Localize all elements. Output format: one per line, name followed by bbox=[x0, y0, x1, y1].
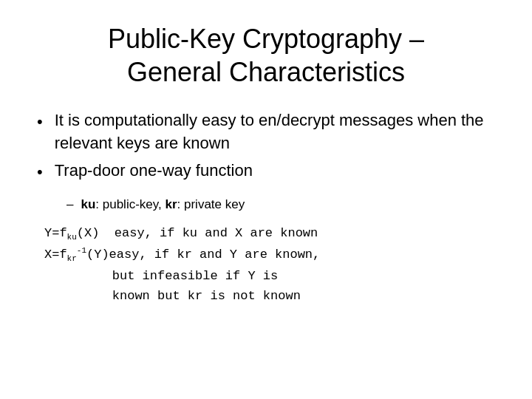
bullet-item-2: • Trap-door one-way function bbox=[37, 160, 495, 184]
kr-subscript: kr bbox=[67, 254, 77, 263]
kr-desc: : private key bbox=[177, 197, 245, 211]
sub-bullet: – ku: public-key, kr: private key bbox=[66, 195, 495, 214]
bullet-item-1: • It is computationally easy to en/decry… bbox=[37, 109, 495, 155]
bullet-text-2: Trap-door one-way function bbox=[55, 160, 253, 183]
bullet-dot-1: • bbox=[37, 111, 43, 134]
sub-bullet-text: ku: public-key, kr: private key bbox=[81, 195, 245, 214]
ku-subscript: ku bbox=[67, 233, 77, 242]
ku-label: ku bbox=[81, 197, 95, 211]
mono-line-1: Y=fku(X) easy, if ku and X are known bbox=[44, 223, 495, 245]
bullet-list: • It is computationally easy to en/decry… bbox=[37, 109, 495, 188]
slide: Public-Key Cryptography – General Charac… bbox=[0, 0, 532, 399]
inv-superscript: -1 bbox=[77, 246, 86, 255]
sub-bullet-line: – ku: public-key, kr: private key bbox=[66, 195, 495, 214]
sub-dash: – bbox=[66, 195, 73, 214]
slide-title: Public-Key Cryptography – General Charac… bbox=[37, 22, 495, 89]
mono-line-3: but infeasible if Y is bbox=[44, 266, 495, 286]
bullet-dot-2: • bbox=[37, 161, 43, 184]
mono-line-4: known but kr is not known bbox=[44, 286, 495, 306]
kr-label: kr bbox=[165, 197, 177, 211]
mono-block: Y=fku(X) easy, if ku and X are known X=f… bbox=[44, 223, 495, 306]
ku-desc: : public-key, bbox=[95, 197, 165, 211]
mono-line-2: X=fkr-1(Y)easy, if kr and Y are known, bbox=[44, 245, 495, 266]
bullet-text-1: It is computationally easy to en/decrypt… bbox=[55, 109, 495, 155]
